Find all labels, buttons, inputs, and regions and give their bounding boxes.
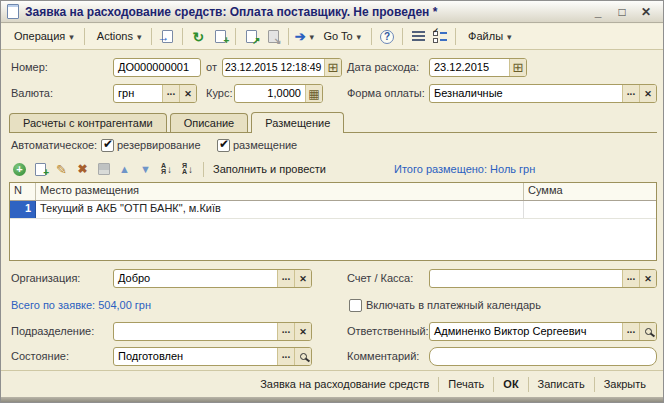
currency-value[interactable]: грн [114, 85, 162, 102]
payment-calendar-label[interactable]: Включать в платежный календарь [366, 296, 541, 315]
post-document-icon[interactable]: → [156, 27, 178, 47]
clear-icon[interactable] [294, 270, 311, 287]
department-label: Подразделение: [11, 322, 94, 341]
clear-icon[interactable] [639, 85, 656, 102]
organization-label: Организация: [11, 269, 80, 288]
picker-icon[interactable] [162, 85, 179, 102]
responsible-field[interactable]: Админенко Виктор Сергеевич [429, 322, 657, 341]
toolbar-separator [203, 162, 204, 177]
reread-icon[interactable]: ↻ [187, 27, 209, 47]
payment-form-value[interactable]: Безналичные [430, 85, 622, 102]
files-button[interactable]: Файлы [460, 27, 519, 46]
toolbar-separator [84, 28, 85, 45]
toolbar-separator [151, 28, 152, 45]
rate-field[interactable]: 1,0000 [234, 84, 323, 103]
table-row[interactable]: 1 Текущий в АКБ "ОТП БАНК", м.Київ [10, 201, 656, 219]
go-icon[interactable]: ➔ [293, 27, 315, 47]
row-number-cell[interactable]: 1 [10, 201, 36, 218]
close-button[interactable]: Закрыть [595, 375, 655, 393]
minimize-icon[interactable]: _ [591, 5, 605, 19]
comment-field[interactable] [429, 347, 657, 366]
picker-icon[interactable] [277, 270, 294, 287]
expense-date-field[interactable]: 23.12.2015 [429, 58, 527, 77]
department-value[interactable] [114, 323, 277, 340]
calendar-icon[interactable] [509, 59, 526, 76]
placement-checkbox-label[interactable]: размещение [233, 136, 297, 155]
payment-form-field[interactable]: Безналичные [429, 84, 657, 103]
payment-calendar-checkbox[interactable] [349, 299, 362, 312]
organization-value[interactable]: Добро [114, 270, 277, 287]
copy-row-icon[interactable]: + [30, 160, 51, 178]
place-cell[interactable]: Текущий в АКБ "ОТП БАНК", м.Київ [36, 201, 524, 218]
move-down-icon[interactable] [135, 160, 156, 178]
automatic-label: Автоматическое: [11, 136, 97, 155]
tab-settlements[interactable]: Расчеты с контрагентами [9, 113, 167, 132]
tab-description[interactable]: Описание [170, 113, 249, 132]
toolbar-separator [288, 28, 289, 45]
column-header-sum[interactable]: Сумма [524, 183, 656, 200]
picker-icon[interactable] [622, 323, 639, 340]
edit-row-icon[interactable] [51, 160, 72, 178]
picker-icon[interactable] [277, 323, 294, 340]
state-value[interactable]: Подготовлен [114, 348, 277, 365]
reserve-checkbox-label[interactable]: резервирование [117, 136, 201, 155]
organization-field[interactable]: Добро [113, 269, 312, 288]
number-field[interactable]: ДО000000001 [113, 58, 201, 77]
window-resize-strip[interactable] [1, 397, 663, 402]
clear-icon[interactable] [294, 323, 311, 340]
sort-ascending-icon[interactable]: ↓ [156, 160, 177, 178]
picker-icon[interactable] [622, 85, 639, 102]
currency-field[interactable]: грн [113, 84, 197, 103]
column-header-place[interactable]: Место размещения [36, 183, 524, 200]
calculator-icon[interactable] [305, 85, 322, 102]
document-menu-button[interactable]: Заявка на расходование средств [251, 375, 438, 393]
expense-date-value[interactable]: 23.12.2015 [430, 59, 509, 76]
operation-menu-button[interactable]: Операция [6, 27, 80, 46]
calendar-icon[interactable] [324, 59, 341, 76]
move-up-icon[interactable] [114, 160, 135, 178]
flags-settings-icon[interactable]: ✓ [429, 27, 451, 47]
placement-checkbox[interactable] [217, 139, 230, 152]
clear-icon[interactable] [179, 85, 196, 102]
close-icon[interactable]: ✕ [639, 5, 653, 19]
clear-icon[interactable] [639, 270, 656, 287]
save-button[interactable]: Записать [529, 375, 594, 393]
picker-icon[interactable] [622, 270, 639, 287]
actions-menu-button[interactable]: Actions [89, 27, 148, 46]
fill-and-post-button[interactable]: Заполнить и провести [209, 161, 330, 177]
ok-button[interactable]: ОК [494, 375, 527, 393]
goto-menu-button[interactable]: Go To [315, 27, 367, 46]
help-icon[interactable]: ? [376, 27, 398, 47]
account-field[interactable] [429, 269, 657, 288]
column-header-n[interactable]: N [10, 183, 36, 200]
add-row-icon[interactable] [9, 160, 30, 178]
datetime-field[interactable]: 23.12.2015 12:18:49 [222, 58, 342, 77]
placement-table[interactable]: N Место размещения Сумма 1 Текущий в АКБ… [9, 182, 657, 261]
sum-cell[interactable] [524, 201, 656, 218]
sort-descending-icon[interactable]: ↓ [177, 160, 198, 178]
rate-label: Курс: [206, 84, 232, 103]
number-value[interactable]: ДО000000001 [114, 59, 200, 76]
delete-row-icon[interactable] [72, 160, 93, 178]
comment-value[interactable] [430, 348, 656, 365]
magnifier-icon[interactable] [639, 323, 656, 340]
rate-value[interactable]: 1,0000 [235, 85, 305, 102]
responsible-value[interactable]: Админенко Виктор Сергеевич [430, 323, 622, 340]
print-button[interactable]: Печать [439, 375, 493, 393]
tab-placement[interactable]: Размещение [251, 112, 344, 133]
reserve-checkbox[interactable] [101, 139, 114, 152]
maximize-icon[interactable]: □ [615, 5, 629, 19]
picker-icon[interactable] [277, 348, 294, 365]
title-bar[interactable]: Заявка на расходование средств: Оплата п… [1, 1, 663, 23]
list-settings-icon[interactable] [407, 27, 429, 47]
magnifier-icon[interactable] [294, 348, 311, 365]
copy-icon[interactable]: + [209, 27, 231, 47]
account-value[interactable] [430, 270, 622, 287]
create-based-on-icon[interactable]: ↗ [240, 27, 262, 47]
toolbar-separator [235, 28, 236, 45]
number-label: Номер: [11, 58, 48, 77]
state-field[interactable]: Подготовлен [113, 347, 312, 366]
datetime-value[interactable]: 23.12.2015 12:18:49 [223, 59, 324, 76]
department-field[interactable] [113, 322, 312, 341]
total-placed-text: Итого размещено: Ноль грн [394, 161, 535, 177]
